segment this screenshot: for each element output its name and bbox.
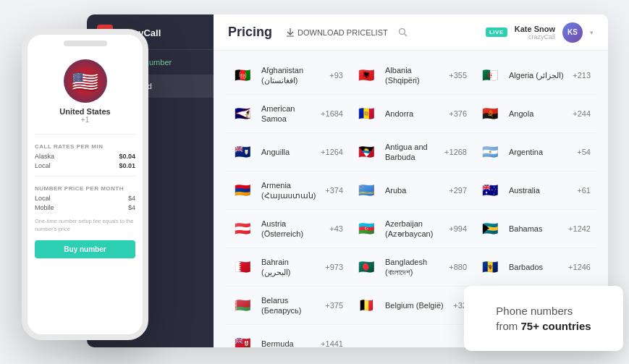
country-flag: 🇦🇱: [355, 64, 378, 87]
country-info: American Samoa: [261, 103, 313, 124]
country-name: Belarus (Беларусь): [261, 295, 318, 316]
country-cell[interactable]: 🇦🇱 Albania (Shqipëri) +355: [349, 56, 473, 95]
country-info: Bangladesh (বাংলাদেশ): [385, 257, 442, 278]
promo-text: Phone numbersfrom 75+ countries: [496, 303, 591, 334]
topbar-right: LIVE Kate Snow crazyCall KS ▾: [486, 22, 594, 43]
country-cell[interactable]: 🇦🇫 Afghanistan(افغانستان) +93: [225, 56, 349, 95]
rate-local-label: Local: [35, 162, 51, 169]
user-name: Kate Snow: [515, 25, 555, 33]
country-cell[interactable]: 🇧🇧 Barbados +1246: [473, 248, 596, 287]
buy-number-button[interactable]: Buy number: [35, 240, 135, 258]
country-flag: 🇧🇾: [231, 294, 254, 317]
country-code: +880: [449, 263, 467, 271]
country-name: Albania (Shqipëri): [385, 65, 442, 86]
country-name: Aruba: [385, 185, 442, 195]
country-row: 🇦🇲 Armenia (Հայաuտան) +374 🇦🇼 Aruba +297…: [225, 172, 596, 210]
country-cell[interactable]: 🇦🇴 Angola +244: [473, 95, 596, 133]
country-cell[interactable]: 🇦🇸 American Samoa +1684: [225, 95, 349, 133]
country-code: +61: [577, 186, 591, 195]
country-row: 🇦🇮 Anguilla +1264 🇦🇬 Antigua and Barbuda…: [225, 133, 596, 172]
country-cell[interactable]: 🇧🇩 Bangladesh (বাংলাদেশ) +880: [349, 248, 473, 287]
divider-2: [35, 176, 135, 177]
download-pricelist-button[interactable]: DOWNLOAD PRICELIST: [287, 28, 388, 37]
country-code: +244: [573, 109, 591, 118]
country-code: +1242: [568, 224, 591, 233]
country-flag: 🇦🇬: [355, 140, 378, 164]
country-name: Bahrain (البحرين): [261, 257, 318, 278]
country-cell[interactable]: 🇧🇲 Bermuda +1441: [225, 325, 349, 347]
country-info: Algeria (الجزائر): [509, 70, 565, 80]
country-row: 🇦🇹 Austria (Österreich) +43 🇦🇿 Azerbaija…: [225, 210, 596, 248]
rate-local-price: $0.01: [119, 162, 135, 169]
phone-country: United States: [35, 107, 135, 116]
avatar-initials: KS: [567, 28, 578, 36]
topbar: Pricing DOWNLOAD PRICELIST LIVE: [214, 14, 608, 51]
country-info: Bermuda: [261, 339, 313, 347]
country-cell[interactable]: 🇦🇲 Armenia (Հայաuտան) +374: [225, 172, 349, 210]
search-button[interactable]: [398, 27, 408, 37]
country-row: 🇧🇭 Bahrain (البحرين) +973 🇧🇩 Bangladesh …: [225, 248, 596, 287]
country-cell[interactable]: 🇦🇺 Australia +61: [473, 172, 596, 210]
country-name: Australia: [509, 185, 570, 195]
country-cell[interactable]: 🇦🇮 Anguilla +1264: [225, 133, 349, 172]
country-code: +1264: [321, 148, 343, 156]
call-rates-title: CALL RATES PER MIN: [35, 143, 135, 150]
country-flag: 🇦🇮: [231, 140, 254, 164]
country-cell[interactable]: 🇧🇾 Belarus (Беларусь) +375: [225, 287, 349, 325]
country-flag: 🇦🇹: [231, 217, 254, 240]
country-cell[interactable]: 🇧🇪 Belgium (België) +32: [349, 287, 473, 325]
country-code: +1268: [444, 148, 467, 156]
avatar: KS: [562, 22, 583, 43]
country-name: Barbados: [509, 262, 561, 272]
country-name: Algeria (الجزائر): [509, 70, 565, 80]
price-local-label: Local: [35, 195, 51, 202]
live-badge: LIVE: [486, 27, 507, 37]
country-cell[interactable]: 🇧🇭 Bahrain (البحرين) +973: [225, 248, 349, 287]
country-cell[interactable]: [349, 325, 473, 347]
download-icon: [287, 28, 294, 37]
phone-screen: 🇺🇸 United States +1 CALL RATES PER MIN A…: [28, 46, 143, 334]
user-company: crazyCall: [528, 33, 555, 41]
country-info: Angola: [509, 109, 565, 119]
country-flag: 🇧🇪: [355, 294, 378, 317]
country-info: Azerbaijan (Azərbaycan): [385, 219, 442, 240]
country-flag: 🇧🇲: [231, 332, 254, 347]
price-local-value: $4: [128, 195, 135, 202]
country-code: +994: [449, 224, 467, 233]
chevron-down-icon[interactable]: ▾: [590, 29, 594, 36]
country-info: Afghanistan(افغانستان): [261, 65, 322, 86]
country-name: Anguilla: [261, 147, 313, 157]
country-info: Aruba: [385, 185, 442, 195]
country-name: Azerbaijan (Azərbaycan): [385, 219, 442, 240]
country-flag: 🇦🇩: [355, 102, 378, 125]
country-name: Belgium (België): [385, 300, 446, 310]
country-code: +54: [577, 148, 591, 156]
country-cell[interactable]: 🇦🇷 Argentina +54: [473, 133, 596, 172]
country-info: Bahrain (البحرين): [261, 257, 318, 278]
country-info: Argentina: [509, 147, 570, 157]
promo-box: Phone numbersfrom 75+ countries: [464, 286, 623, 351]
phone-flag: 🇺🇸: [64, 59, 107, 103]
country-cell[interactable]: 🇦🇼 Aruba +297: [349, 172, 473, 210]
country-name: Andorra: [385, 109, 442, 119]
country-code: +213: [573, 71, 591, 80]
country-code: +375: [325, 301, 343, 310]
country-name: Austria (Österreich): [261, 219, 322, 240]
page-title: Pricing: [228, 25, 272, 40]
price-local: Local $4: [35, 195, 135, 202]
country-name: Bangladesh (বাংলাদেশ): [385, 257, 442, 278]
country-cell[interactable]: 🇩🇿 Algeria (الجزائر) +213: [473, 56, 596, 95]
divider-1: [35, 134, 135, 135]
country-name: Angola: [509, 109, 565, 119]
country-cell[interactable]: 🇦🇩 Andorra +376: [349, 95, 473, 133]
country-info: Anguilla: [261, 147, 313, 157]
country-flag: 🇧🇩: [355, 255, 378, 279]
rate-local: Local $0.01: [35, 162, 135, 169]
price-mobile-label: Mobile: [35, 204, 54, 211]
country-info: Bahamas: [509, 224, 561, 234]
country-cell[interactable]: 🇦🇹 Austria (Österreich) +43: [225, 210, 349, 248]
country-cell[interactable]: 🇧🇸 Bahamas +1242: [473, 210, 596, 248]
country-cell[interactable]: 🇦🇿 Azerbaijan (Azərbaycan) +994: [349, 210, 473, 248]
country-cell[interactable]: 🇦🇬 Antigua and Barbuda +1268: [349, 133, 473, 172]
country-flag: 🇦🇸: [231, 102, 254, 125]
